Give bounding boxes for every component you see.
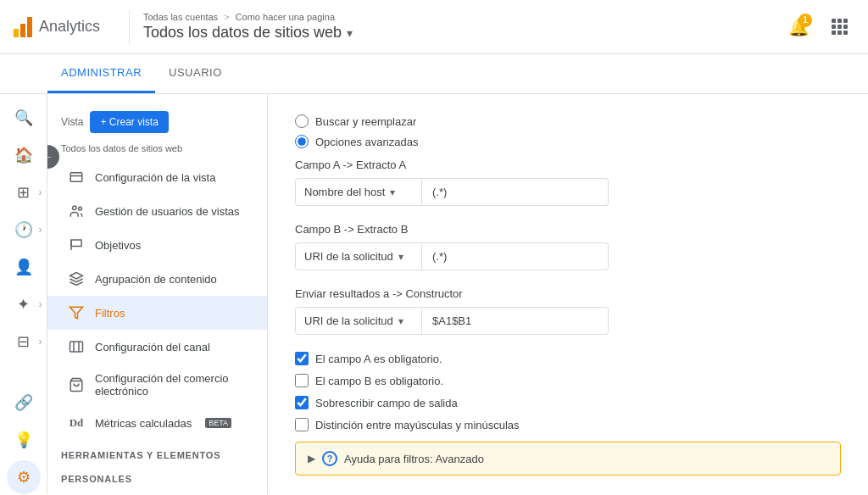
flag-icon	[68, 236, 85, 253]
filter-icon	[68, 304, 85, 321]
enviar-select[interactable]: URI de la solicitud ▾	[295, 307, 422, 335]
back-button-wrap: ←	[47, 145, 59, 169]
check-distincion-input[interactable]	[295, 418, 309, 431]
sidebar-item-recent[interactable]: 🕐 ›	[7, 213, 41, 247]
nav-item-label: Configuración de la vista	[95, 171, 215, 184]
checkbox-group: El campo A es obligatorio. El campo B es…	[295, 352, 841, 431]
nav-item-label: Configuración del comercio electrónico	[95, 372, 253, 398]
header-divider	[129, 10, 130, 44]
settings-icon: ⚙	[17, 468, 31, 487]
svg-rect-5	[70, 342, 83, 352]
campo-b-input[interactable]	[422, 242, 609, 270]
apps-button[interactable]	[824, 12, 854, 42]
logo-icon	[14, 17, 32, 37]
nav-item-filtros[interactable]: Filtros	[47, 296, 267, 330]
nav-sidebar: ← Vista + Crear vista Todos los datos de…	[47, 94, 268, 494]
nav-item-metricas[interactable]: Dd Métricas calculadas BETA	[47, 406, 267, 440]
tab-administrar[interactable]: ADMINISTRAR	[47, 54, 155, 93]
check-campo-b-input[interactable]	[295, 374, 309, 387]
campo-b-select-text: URI de la solicitud	[304, 250, 393, 263]
back-button[interactable]: ←	[47, 145, 59, 169]
nav-item-ecommerce[interactable]: Configuración del comercio electrónico	[47, 364, 267, 406]
metrics-icon: Dd	[68, 414, 85, 431]
campo-a-section: Campo A -> Extracto A Nombre del host ▾	[295, 159, 841, 206]
breadcrumb: Todas las cuentas > Como hacer una pagin…	[143, 12, 353, 42]
sidebar-item-settings[interactable]: ⚙	[7, 460, 41, 494]
notification-button[interactable]: 🔔 1	[783, 12, 814, 42]
radio-group: Buscar y reemplazar Opciones avanzadas	[295, 114, 841, 148]
ecommerce-icon	[68, 376, 85, 393]
check-campo-a-input[interactable]	[295, 352, 309, 365]
enviar-select-text: URI de la solicitud	[304, 314, 393, 327]
breadcrumb-dropdown-arrow[interactable]: ▾	[347, 26, 353, 40]
campo-b-select[interactable]: URI de la solicitud ▾	[295, 242, 422, 270]
channel-icon	[68, 338, 85, 355]
radio-buscar-input[interactable]	[295, 114, 309, 128]
check-sobrescribir-input[interactable]	[295, 396, 309, 409]
sidebar-item-link[interactable]: 🔗	[7, 386, 41, 420]
user-icon: 👤	[14, 258, 33, 276]
nav-item-configuracion-vista[interactable]: Configuración de la vista	[47, 160, 267, 194]
link-icon: 🔗	[14, 393, 33, 412]
campo-a-select[interactable]: Nombre del host ▾	[295, 178, 422, 206]
radio-opciones-input[interactable]	[295, 135, 309, 148]
users-icon	[68, 203, 85, 220]
expand-icon: ›	[39, 186, 42, 198]
check-campo-a[interactable]: El campo A es obligatorio.	[295, 352, 841, 365]
content-area: Buscar y reemplazar Opciones avanzadas C…	[268, 94, 868, 494]
nav-item-label: Filtros	[95, 307, 125, 320]
campo-b-section: Campo B -> Extracto B URI de la solicitu…	[295, 223, 841, 270]
section-header-herramientas: HERRAMIENTAS Y ELEMENTOS	[47, 440, 267, 464]
grouping-icon	[68, 270, 85, 287]
campo-b-label: Campo B -> Extracto B	[295, 223, 841, 236]
app-title: Analytics	[39, 18, 100, 36]
enviar-arrow-icon: ▾	[398, 315, 403, 327]
check-distincion-label: Distinción entre mayúsculas y minúsculas	[315, 419, 520, 431]
campo-a-arrow-icon: ▾	[390, 186, 395, 198]
svg-point-2	[73, 206, 77, 210]
sidebar-item-reports[interactable]: ⊞ ›	[7, 175, 41, 209]
radio-buscar[interactable]: Buscar y reemplazar	[295, 114, 841, 128]
beta-badge: BETA	[205, 418, 231, 428]
nav-item-canal[interactable]: Configuración del canal	[47, 330, 267, 364]
check-campo-b-label: El campo B es obligatorio.	[315, 375, 443, 387]
breadcrumb-top: Todas las cuentas > Como hacer una pagin…	[143, 12, 353, 22]
campo-a-select-text: Nombre del host	[304, 186, 385, 198]
radio-opciones[interactable]: Opciones avanzadas	[295, 135, 841, 148]
sidebar-item-customize[interactable]: ⊟ ›	[7, 325, 41, 359]
create-vista-button[interactable]: + Crear vista	[90, 111, 168, 133]
expand-icon-4: ›	[39, 336, 42, 348]
sidebar-item-lightbulb[interactable]: 💡	[7, 423, 41, 457]
sidebar-item-search[interactable]: 🔍	[7, 101, 41, 135]
tab-usuario[interactable]: USUARIO	[155, 54, 236, 93]
sidebar-item-user[interactable]: 👤	[7, 250, 41, 284]
help-text: Ayuda para filtros: Avanzado	[344, 453, 484, 465]
check-sobrescribir[interactable]: Sobrescribir campo de salida	[295, 396, 841, 409]
sidebar-item-home[interactable]: 🏠	[7, 138, 41, 172]
settings-vista-icon	[68, 169, 85, 186]
insights-icon: ✦	[17, 295, 30, 314]
nav-item-gestion-usuarios[interactable]: Gestión de usuarios de vistas	[47, 194, 267, 228]
top-header: Analytics Todas las cuentas > Como hacer…	[0, 0, 868, 54]
lightbulb-icon: 💡	[14, 431, 33, 449]
nav-item-objetivos[interactable]: Objetivos	[47, 228, 267, 262]
enviar-input[interactable]	[422, 307, 609, 335]
campo-b-arrow-icon: ▾	[398, 251, 403, 263]
svg-rect-0	[70, 173, 82, 182]
sidebar-item-insights[interactable]: ✦ ›	[7, 287, 41, 321]
header-right: 🔔 1	[783, 12, 854, 42]
nav-item-agrupacion[interactable]: Agrupación de contenido	[47, 262, 267, 296]
check-campo-b[interactable]: El campo B es obligatorio.	[295, 374, 841, 387]
check-distincion[interactable]: Distinción entre mayúsculas y minúsculas	[295, 418, 841, 431]
enviar-label: Enviar resultados a -> Constructor	[295, 287, 841, 300]
help-bar[interactable]: ▶ ? Ayuda para filtros: Avanzado	[295, 442, 841, 476]
campo-a-row: Nombre del host ▾	[295, 178, 841, 206]
reports-icon: ⊞	[17, 183, 30, 202]
search-icon: 🔍	[14, 108, 33, 127]
notification-badge: 1	[798, 14, 812, 27]
campo-a-input[interactable]	[422, 178, 609, 206]
customize-icon: ⊟	[17, 332, 30, 351]
campo-b-row: URI de la solicitud ▾	[295, 242, 841, 270]
section-header-personales: PERSONALES	[47, 464, 267, 487]
logo-bar-1	[14, 29, 19, 37]
